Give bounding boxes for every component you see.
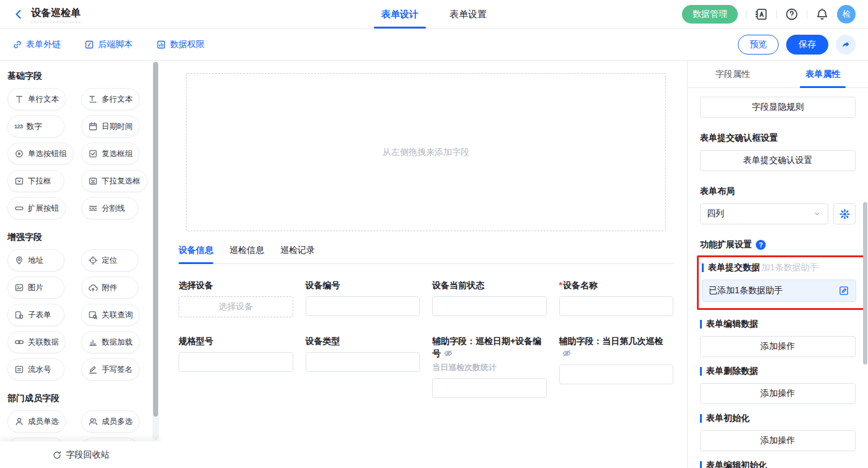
aux-daily-count-input[interactable] xyxy=(559,364,674,384)
divider-icon xyxy=(88,203,98,213)
data-permission-link[interactable]: 数据权限 xyxy=(156,39,205,50)
tab-inspection-info[interactable]: 巡检信息 xyxy=(229,245,264,263)
signature-icon xyxy=(88,364,98,374)
tab-inspection-record[interactable]: 巡检记录 xyxy=(280,245,315,263)
field-item-datetime[interactable]: 日期时间 xyxy=(81,115,140,138)
app-header: 设备巡检单 表单设计 表单设置 数据管理 检 xyxy=(0,0,868,29)
field-visibility-rule-button[interactable]: 字段显隐规则 xyxy=(700,97,856,118)
locate-icon xyxy=(88,255,98,265)
sidebar-scrollbar[interactable] xyxy=(153,62,158,417)
field-item-signature[interactable]: 手写签名 xyxy=(81,358,140,381)
tab-field-properties[interactable]: 字段属性 xyxy=(688,61,778,87)
properties-panel: 字段属性 表单属性 字段显隐规则 表单提交确认框设置 表单提交确认设置 表单布局… xyxy=(687,61,868,468)
field-item-multi-select[interactable]: 下拉复选框 xyxy=(81,170,148,192)
device-name-input[interactable] xyxy=(559,296,674,316)
field-device-name: *设备名称 xyxy=(559,279,674,317)
layout-select[interactable]: 四列 xyxy=(700,203,828,224)
linked-data-icon xyxy=(14,337,24,347)
submit-confirm-settings-button[interactable]: 表单提交确认设置 xyxy=(700,150,856,171)
field-item-radio-group[interactable]: 单选按钮组 xyxy=(7,143,74,165)
data-assistant-info[interactable]: 已添加1条数据助手 xyxy=(702,280,856,302)
add-action-button-init[interactable]: 添加操作 xyxy=(700,430,856,451)
field-device-no: 设备编号 xyxy=(306,279,420,317)
field-label: 设备类型 xyxy=(306,335,420,347)
header-tabs: 表单设计 表单设置 xyxy=(381,0,487,29)
gear-icon xyxy=(839,209,850,219)
add-action-button-edit-data[interactable]: 添加操作 xyxy=(700,336,856,357)
window-scrollbar[interactable] xyxy=(863,202,867,364)
backend-script-link[interactable]: 后端脚本 xyxy=(84,39,133,50)
question-circle-icon[interactable]: ? xyxy=(756,240,766,250)
member-single-icon xyxy=(14,417,24,426)
field-label: 设备当前状态 xyxy=(432,279,547,291)
device-no-input[interactable] xyxy=(306,296,420,316)
field-label: 设备编号 xyxy=(306,279,420,291)
tab-form-properties[interactable]: 表单属性 xyxy=(778,61,868,87)
form-toolbar: 表单外链 后端脚本 数据权限 预览 保存 xyxy=(0,29,868,61)
form-canvas: 从左侧拖拽来添加字段 设备信息 巡检信息 巡检记录 选择设备 选择设备 设备编号… xyxy=(161,61,687,468)
page-title[interactable]: 设备巡检单 xyxy=(31,7,81,22)
tab-form-settings[interactable]: 表单设置 xyxy=(450,0,487,29)
field-item-lookup[interactable]: 关联查询 xyxy=(81,304,140,326)
back-icon[interactable] xyxy=(12,8,25,20)
section-label: 表单编辑初始化 xyxy=(700,460,856,468)
field-item-checkbox-group[interactable]: 复选框组 xyxy=(81,143,140,165)
ghost-text: 加1条数据助手 xyxy=(761,262,818,273)
field-item-subform[interactable]: 子表单 xyxy=(7,304,64,326)
field-label: 规格型号 xyxy=(179,335,293,347)
field-item-extend-button[interactable]: 扩展按钮 xyxy=(7,197,66,219)
field-item-select[interactable]: 下拉框 xyxy=(7,170,64,192)
dropzone[interactable]: 从左侧拖拽来添加字段 xyxy=(186,73,666,231)
edit-icon[interactable] xyxy=(838,285,849,296)
save-button[interactable]: 保存 xyxy=(786,35,828,55)
checkbox-group-icon xyxy=(88,149,98,159)
divider xyxy=(776,10,777,19)
serial-number-icon xyxy=(14,364,24,374)
field-item-single-line-text[interactable]: 单行文本 xyxy=(7,88,66,110)
tab-device-info[interactable]: 设备信息 xyxy=(179,245,213,263)
highlighted-section-submit-data: 表单提交数据 加1条数据助手 已添加1条数据助手 xyxy=(697,255,866,310)
share-arrow-icon xyxy=(841,40,851,50)
device-picker[interactable]: 选择设备 xyxy=(179,296,293,317)
field-item-image[interactable]: 图片 xyxy=(7,276,64,299)
preview-button[interactable]: 预览 xyxy=(738,35,779,55)
form-external-link[interactable]: 表单外链 xyxy=(12,39,61,50)
field-item-divider[interactable]: 分割线 xyxy=(81,197,138,219)
device-status-input[interactable] xyxy=(432,296,547,316)
field-item-serial-number[interactable]: 流水号 xyxy=(7,358,64,381)
avatar[interactable]: 检 xyxy=(837,5,856,24)
layout-settings-button[interactable] xyxy=(833,203,856,224)
tab-form-design[interactable]: 表单设计 xyxy=(381,0,418,29)
add-action-button-delete-data[interactable]: 添加操作 xyxy=(700,383,856,404)
field-item-attachment[interactable]: 附件 xyxy=(81,276,138,299)
eye-off-icon[interactable] xyxy=(562,348,572,358)
field-item-number[interactable]: 123数字 xyxy=(7,115,64,138)
field-aux-date-deviceno: 辅助字段：巡检日期+设备编号 当日巡检次数统计 xyxy=(432,335,547,398)
dropzone-hint: 从左侧拖拽来添加字段 xyxy=(383,147,469,158)
eye-off-icon[interactable] xyxy=(443,348,453,358)
field-item-data-load[interactable]: 数据加载 xyxy=(81,331,140,353)
field-item-multi-line-text[interactable]: 多行文本 xyxy=(81,88,140,110)
field-item-member-multi[interactable]: 成员多选 xyxy=(81,410,140,433)
field-sub-label[interactable]: 当日巡检次数统计 xyxy=(432,362,547,373)
data-manage-button[interactable]: 数据管理 xyxy=(682,5,738,24)
field-library-sidebar: 基础字段 单行文本 多行文本 123数字 日期时间 单选按钮组 复选框组 下拉框… xyxy=(0,61,161,468)
field-item-locate[interactable]: 定位 xyxy=(81,249,138,272)
section-label: 表单初始化 xyxy=(700,413,856,424)
field-device-type: 设备类型 xyxy=(306,335,420,398)
section-label: 表单删除数据 xyxy=(700,366,856,377)
field-item-linked-data[interactable]: 关联数据 xyxy=(7,331,66,353)
multi-line-text-icon xyxy=(88,94,98,104)
panel-tabs: 字段属性 表单属性 xyxy=(688,61,868,88)
contacts-icon[interactable] xyxy=(755,7,768,21)
form-fields-grid: 选择设备 选择设备 设备编号 设备当前状态 *设备名称 规格型号 设备类型 xyxy=(179,279,673,398)
aux-date-deviceno-input[interactable] xyxy=(432,378,547,398)
field-item-member-single[interactable]: 成员单选 xyxy=(7,410,66,433)
field-item-address[interactable]: 地址 xyxy=(7,249,64,272)
field-recycle-bin[interactable]: 字段回收站 xyxy=(0,441,161,468)
bell-icon[interactable] xyxy=(815,7,829,21)
spec-model-input[interactable] xyxy=(179,352,293,372)
device-type-input[interactable] xyxy=(306,352,420,372)
help-icon[interactable] xyxy=(785,7,799,21)
share-button[interactable] xyxy=(836,35,856,55)
